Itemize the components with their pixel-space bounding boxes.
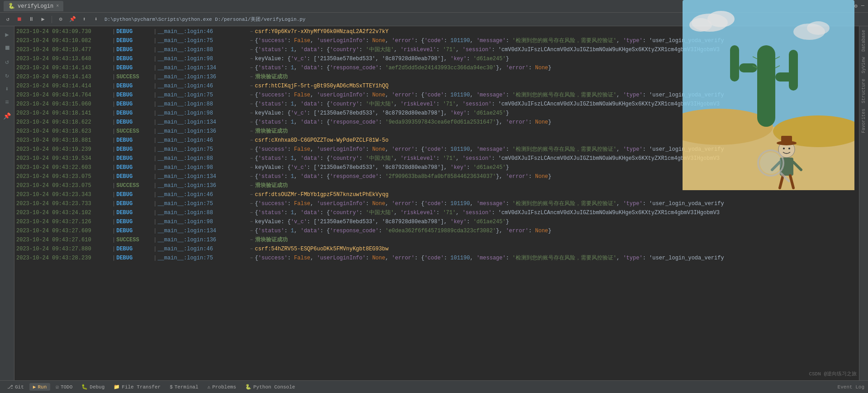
left-sidebar: ▶ ⏹ ↺ ↻ ⬇ ≡ 📌 [0,26,14,380]
log-source: __main__:login:75 [157,91,248,99]
right-label-syview[interactable]: SyView [861,55,866,75]
log-line: 2023-10-24 09:43:23.075 | SUCCESS | __ma… [14,181,859,190]
log-message: {'success': False, 'userLoginInfo': None… [255,91,857,99]
log-level: DEBUG [116,173,152,181]
log-source: __main__:login:46 [157,82,248,90]
log-timestamp: 2023-10-24 09:43:14.764 [16,91,111,99]
log-message: {'status': 1, 'data': {'country': '中国大陆'… [255,154,857,163]
git-label: Git [15,384,24,390]
log-line: 2023-10-24 09:43:19.534 | DEBUG | __main… [14,154,859,163]
log-timestamp: 2023-10-24 09:43:19.534 [16,154,111,163]
log-timestamp: 2023-10-24 09:43:09.730 [16,28,111,36]
status-tab-todo[interactable]: ☑ TODO [52,383,76,391]
log-message: 滑块验证成功 [255,73,857,81]
log-timestamp: 2023-10-24 09:43:18.881 [16,136,111,144]
problems-icon: ⚠ [208,384,211,390]
left-icon-down[interactable]: ⬇ [1,82,14,95]
run-label: Run [38,384,47,390]
git-icon: ⎇ [7,384,13,390]
filetransfer-label: File Transfer [122,384,161,390]
log-timestamp: 2023-10-24 09:43:28.239 [16,254,111,262]
log-line: 2023-10-24 09:43:14.143 | DEBUG | __main… [14,63,859,72]
log-level: DEBUG [116,191,152,199]
toolbar-settings-btn[interactable]: ⚙ [56,14,66,24]
toolbar-rerun-btn[interactable]: ↺ [3,14,13,24]
log-source: __main__:login:136 [157,73,248,81]
status-tab-git[interactable]: ⎇ Git [4,383,28,391]
status-bar: ⎇ Git ▶ Run ☑ TODO 🐛 Debug 📁 File Transf… [0,380,868,393]
left-icon-pin[interactable]: 📌 [1,110,14,122]
status-bar-event-log[interactable]: Event Log [838,384,864,390]
problems-label: Problems [212,384,236,390]
right-label-favorites[interactable]: Favorites [861,107,866,135]
title-controls: ⚙ — [854,3,864,10]
log-level: SUCCESS [116,73,152,81]
log-message: csrf:dtsOUZMr-FMbYb1gpzF5N7knzuwtPhEkVyq… [255,191,857,199]
status-tab-run[interactable]: ▶ Run [29,383,50,391]
log-message: {'status': 1, 'data': {'response_code': … [255,227,857,235]
left-icon-debug[interactable]: ↻ [1,69,14,81]
tab-close-button[interactable]: × [56,4,59,9]
log-message: {'success': False, 'userLoginInfo': None… [255,254,857,262]
status-tab-terminal[interactable]: $ Terminal [166,383,202,391]
log-line: 2023-10-24 09:43:14.143 | SUCCESS | __ma… [14,72,859,81]
log-message: {'success': False, 'userLoginInfo': None… [255,37,857,45]
log-source: __main__:login:88 [157,209,248,217]
toolbar-scroll-down-btn[interactable]: ⬇ [91,14,101,24]
log-level: SUCCESS [116,182,152,190]
log-line: 2023-10-24 09:43:13.648 | DEBUG | __main… [14,54,859,63]
log-timestamp: 2023-10-24 09:43:23.075 [16,182,111,190]
log-timestamp: 2023-10-24 09:43:18.623 [16,127,111,135]
log-source: __main__:login:75 [157,254,248,262]
log-level: DEBUG [116,136,152,144]
log-line: 2023-10-24 09:43:27.610 | SUCCESS | __ma… [14,235,859,244]
left-icon-stop[interactable]: ⏹ [1,42,14,54]
toolbar-stop-btn[interactable]: ⏹ [14,14,24,24]
left-icon-rerun[interactable]: ↺ [1,55,14,68]
log-timestamp: 2023-10-24 09:43:15.060 [16,100,111,108]
log-message: keyValue: {'v_c': ['21350ae578ebd533', '… [255,55,857,63]
log-line: 2023-10-24 09:43:18.622 | DEBUG | __main… [14,118,859,127]
log-timestamp: 2023-10-24 09:43:13.648 [16,55,111,63]
log-timestamp: 2023-10-24 09:43:22.603 [16,163,111,172]
status-tab-filetransfer[interactable]: 📁 File Transfer [110,383,164,391]
toolbar-divider [52,16,52,23]
log-source: __main__:login:46 [157,28,248,36]
log-message: csrf:cXnhxa8D-C6GPOZZTow-WyPdePZCLF81W-5… [255,136,857,144]
settings-icon[interactable]: ⚙ [854,3,858,10]
log-timestamp: 2023-10-24 09:43:10.082 [16,37,111,45]
right-sidebar: Database SyView Structure Favorites [859,26,868,380]
log-timestamp: 2023-10-24 09:43:14.414 [16,82,111,90]
status-tab-debug[interactable]: 🐛 Debug [78,383,108,391]
toolbar-pin-btn[interactable]: 📌 [67,14,77,24]
debug-icon: 🐛 [81,384,88,390]
log-line: 2023-10-24 09:43:18.623 | SUCCESS | __ma… [14,127,859,136]
log-line: 2023-10-24 09:43:10.082 | DEBUG | __main… [14,36,859,45]
log-level: DEBUG [116,200,152,208]
debug-label: Debug [90,384,104,390]
right-label-database[interactable]: Database [861,28,866,53]
left-icon-play[interactable]: ▶ [1,28,14,41]
toolbar-scroll-up-btn[interactable]: ⬆ [79,14,89,24]
console-icon: 🐍 [245,384,251,390]
title-bar: 🐍 verifyLogin × ⚙ — [0,0,868,13]
left-icon-list[interactable]: ≡ [1,96,14,109]
log-source: __main__:login:88 [157,100,248,108]
title-tab[interactable]: 🐍 verifyLogin × [4,1,63,11]
log-level: SUCCESS [116,236,152,244]
log-line: 2023-10-24 09:43:27.880 | DEBUG | __main… [14,244,859,254]
log-area[interactable]: 2023-10-24 09:43:09.730 | DEBUG | __main… [14,26,859,380]
toolbar-pause-btn[interactable]: ⏸ [26,14,36,24]
terminal-label: Terminal [175,384,199,390]
log-message: {'status': 1, 'data': {'response_code': … [255,118,857,126]
toolbar-resume-btn[interactable]: ▶ [38,14,48,24]
log-line: 2023-10-24 09:43:10.477 | DEBUG | __main… [14,45,859,54]
log-line: 2023-10-24 09:43:19.239 | DEBUG | __main… [14,145,859,154]
log-level: DEBUG [116,64,152,72]
right-label-structure[interactable]: Structure [861,77,866,105]
log-line: 2023-10-24 09:43:14.414 | DEBUG | __main… [14,81,859,91]
status-tab-problems[interactable]: ⚠ Problems [204,383,240,391]
minimize-icon[interactable]: — [861,3,864,10]
log-level: DEBUG [116,227,152,235]
status-tab-console[interactable]: 🐍 Python Console [242,383,299,391]
